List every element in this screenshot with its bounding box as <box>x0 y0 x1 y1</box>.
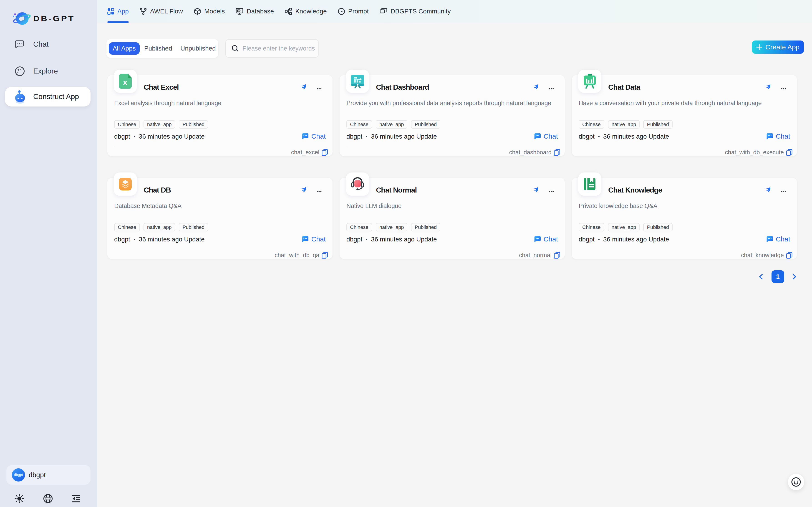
svg-text:x: x <box>123 78 127 87</box>
svg-text:SQL: SQL <box>238 10 241 12</box>
